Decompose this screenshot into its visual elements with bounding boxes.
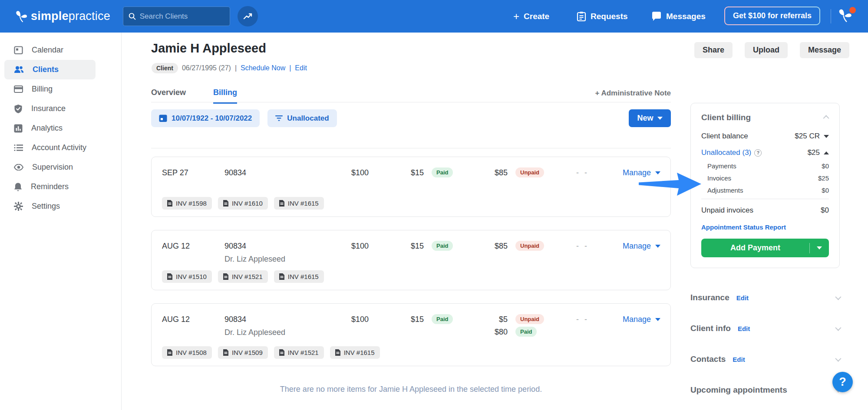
chevron-down-icon[interactable] [835, 325, 841, 331]
tabs-divider [151, 102, 671, 102]
invoice-badge[interactable]: INV #1615 [274, 197, 324, 210]
invoice-badges: INV #1508 INV #1509 INV #1521 INV #1615 [162, 346, 380, 359]
status-badge: Paid [432, 167, 453, 177]
panel-title: Client billing [701, 113, 751, 122]
insurance-amount: $85 [476, 242, 508, 251]
unallocated-filter[interactable]: Unallocated [267, 109, 337, 127]
requests-label: Requests [591, 12, 628, 21]
invoice-badge[interactable]: INV #1509 [218, 346, 268, 359]
breakdown-row: Payments $0 [701, 162, 829, 170]
payment-dropdown-toggle[interactable] [810, 246, 829, 249]
unpaid-value: $0 [821, 206, 829, 215]
invoice-badge[interactable]: INV #1615 [274, 270, 324, 283]
billing-row[interactable]: AUG 12 90834 Dr. Liz Appleseed $100 $15 … [151, 303, 671, 366]
billing-row[interactable]: SEP 27 90834 $100 $15 Paid $85 Unpaid - … [151, 157, 671, 217]
add-payment-button[interactable]: Add Payment [701, 239, 829, 257]
schedule-now-link[interactable]: Schedule Now [241, 64, 285, 72]
client-meta: Client 06/27/1995 (27) | Schedule Now | … [152, 63, 307, 73]
client-billing-panel: Client billing Client balance $25 CR Una… [690, 103, 840, 268]
sidebar-item-calendar[interactable]: Calendar [4, 40, 96, 60]
help-button[interactable]: ? [832, 372, 853, 392]
invoice-badge[interactable]: INV #1521 [274, 346, 324, 359]
invoice-label: INV #1598 [176, 200, 207, 207]
help-icon[interactable]: ? [754, 149, 762, 157]
search-input[interactable] [140, 12, 224, 21]
sidebar-item-billing[interactable]: Billing [4, 79, 96, 99]
edit-client-link[interactable]: Edit [295, 64, 307, 72]
tab-billing[interactable]: Billing [213, 88, 237, 104]
fee-amount: $100 [325, 168, 369, 177]
messages-menu[interactable]: Messages [651, 0, 706, 33]
calendar-icon [159, 114, 167, 122]
date-range-filter[interactable]: 10/07/1922 - 10/07/2022 [151, 109, 260, 127]
sidebar-item-account-activity[interactable]: Account Activity [4, 138, 96, 157]
invoice-label: INV #1610 [232, 200, 263, 207]
cpt-code: 90834 [224, 315, 246, 324]
section-client-info[interactable]: Client info Edit [690, 324, 840, 333]
panel-divider [701, 199, 829, 199]
manage-label: Manage [623, 315, 651, 324]
administrative-note-button[interactable]: + Administrative Note [574, 89, 671, 98]
billing-list: SEP 27 90834 $100 $15 Paid $85 Unpaid - … [151, 157, 671, 379]
bar-chart-icon [14, 124, 23, 133]
section-contacts[interactable]: Contacts Edit [690, 354, 840, 364]
create-menu[interactable]: + Create [513, 0, 549, 33]
invoice-badge[interactable]: INV #1521 [218, 270, 268, 283]
status-badge: Paid [432, 314, 453, 324]
sidebar-item-clients[interactable]: Clients [4, 60, 96, 79]
eye-icon [14, 164, 23, 171]
cpt-code: 90834 [224, 242, 246, 251]
chevron-up-icon[interactable] [823, 115, 829, 121]
invoice-badge[interactable]: INV #1598 [162, 197, 212, 210]
appointment-date: AUG 12 [162, 315, 190, 324]
invoice-badge[interactable]: INV #1615 [330, 346, 380, 359]
empty-list-message: There are no more items for Jamie H Appl… [151, 385, 671, 394]
sidebar-item-supervision[interactable]: Supervision [4, 157, 96, 177]
sidebar-item-analytics[interactable]: Analytics [4, 118, 96, 138]
client-name-title: Jamie H Appleseed [151, 41, 266, 56]
separator: | [289, 64, 291, 72]
edit-insurance-link[interactable]: Edit [736, 294, 749, 302]
invoice-badge[interactable]: INV #1610 [218, 197, 268, 210]
unallocated-toggle[interactable]: $25 [808, 148, 829, 157]
sidebar-item-reminders[interactable]: Reminders [4, 177, 96, 197]
balance-dropdown[interactable]: $25 CR [795, 132, 829, 141]
section-upcoming-appointments[interactable]: Upcoming appointments [690, 385, 840, 395]
section-insurance[interactable]: Insurance Edit [690, 293, 840, 302]
referral-label: Get $100 for referrals [725, 7, 819, 24]
sidebar-item-insurance[interactable]: Insurance [4, 99, 96, 118]
message-button[interactable]: Message [800, 42, 849, 58]
edit-contacts-link[interactable]: Edit [733, 356, 745, 363]
appointment-status-report-link[interactable]: Appointment Status Report [701, 223, 829, 231]
upload-button[interactable]: Upload [745, 42, 788, 58]
notifications-butterfly-button[interactable] [838, 9, 855, 24]
date-range-label: 10/07/1922 - 10/07/2022 [172, 114, 252, 123]
chevron-down-icon [817, 246, 822, 249]
chevron-down-icon [657, 117, 663, 120]
chevron-down-icon[interactable] [835, 294, 841, 300]
edit-client-info-link[interactable]: Edit [738, 325, 750, 332]
breakdown-row: Invoices $25 [701, 174, 829, 182]
trending-button[interactable] [238, 6, 258, 26]
client-amount: $15 [395, 242, 424, 251]
referral-button[interactable]: Get $100 for referrals [724, 7, 820, 25]
new-button[interactable]: New [629, 109, 671, 127]
notification-dot [849, 7, 856, 13]
invoice-badge[interactable]: INV #1510 [162, 270, 212, 283]
chevron-down-icon [655, 245, 660, 248]
manage-dropdown[interactable]: Manage [623, 242, 660, 251]
app-logo[interactable]: simplepractice [15, 0, 110, 33]
manage-dropdown[interactable]: Manage [623, 315, 660, 324]
sidebar-item-settings[interactable]: Settings [4, 197, 96, 216]
client-search[interactable] [123, 7, 230, 26]
invoice-badge[interactable]: INV #1508 [162, 346, 212, 359]
section-title: Upcoming appointments [690, 385, 787, 395]
share-button[interactable]: Share [694, 42, 733, 58]
tab-overview[interactable]: Overview [151, 88, 186, 104]
requests-menu[interactable]: Requests [577, 0, 628, 33]
chevron-down-icon[interactable] [835, 356, 841, 362]
document-icon [223, 349, 228, 356]
birth-date: 06/27/1995 (27) [182, 64, 231, 72]
billing-row[interactable]: AUG 12 90834 Dr. Liz Appleseed $100 $15 … [151, 230, 671, 290]
unallocated-link[interactable]: Unallocated (3) [701, 148, 751, 157]
